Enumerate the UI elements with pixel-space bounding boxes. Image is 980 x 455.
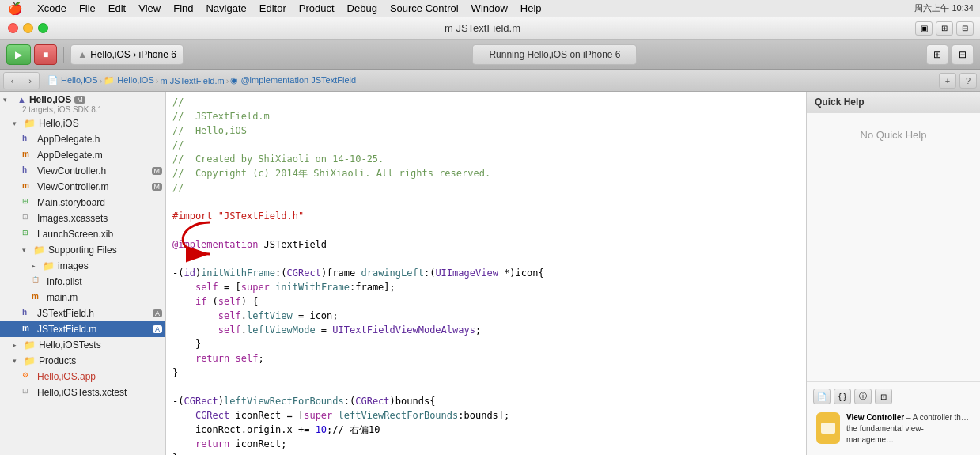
stop-button[interactable]: ■	[34, 44, 57, 65]
sidebar-item-helloiosapp[interactable]: ⚙ Hello,iOS.app	[0, 369, 165, 385]
apple-menu[interactable]: 🍎	[0, 2, 31, 16]
sidebar-item-jstextfieldm[interactable]: m JSTextField.m A	[0, 321, 165, 337]
back-button[interactable]: ‹	[4, 73, 21, 89]
zoom-button[interactable]	[38, 23, 48, 33]
scheme-selector[interactable]: ▲ Hello,iOS › iPhone 6	[70, 44, 184, 65]
sidebar-item-appdelegateh[interactable]: h AppDelegate.h	[0, 131, 165, 147]
editor-version-btn[interactable]: ⊟	[956, 21, 974, 36]
sidebar-item-images-xcassets[interactable]: ⊡ Images.xcassets	[0, 210, 165, 226]
code-line: return iconRect;	[172, 437, 800, 451]
qh-info-btn[interactable]: ⓘ	[854, 389, 872, 404]
add-file-btn[interactable]: +	[939, 73, 956, 89]
sidebar: ▲ Hello,iOS M 2 targets, iOS SDK 8.1 📁 H…	[0, 92, 166, 455]
sidebar-label: Info.plist	[47, 276, 82, 287]
menubar-right: 周六上午 10:34	[914, 2, 980, 14]
sidebar-label: Products	[39, 355, 76, 366]
run-button[interactable]: ▶	[6, 44, 31, 65]
sidebar-label: ViewController.h	[37, 165, 106, 176]
vc-text: View Controller – A controller th… the f…	[846, 412, 971, 446]
code-line: #import "JSTextField.h"	[172, 209, 800, 223]
a-badge-selected: A	[153, 325, 162, 333]
scheme-label: Hello,iOS › iPhone 6	[90, 49, 176, 60]
a-badge: A	[153, 309, 162, 317]
sidebar-item-mainm[interactable]: m main.m	[0, 290, 165, 305]
qh-related-btn[interactable]: ⊡	[875, 389, 892, 404]
window-title: m JSTextField.m	[56, 22, 909, 34]
breadcrumb-group[interactable]: 📁 Hello,iOS	[104, 75, 154, 85]
plist-icon: 📋	[32, 276, 44, 287]
menu-navigate[interactable]: Navigate	[199, 0, 252, 17]
editor-assistant-btn[interactable]: ⊞	[936, 21, 953, 36]
vc-icon	[816, 412, 840, 444]
quick-help-btn[interactable]: ?	[959, 73, 977, 89]
sidebar-item-products[interactable]: 📁 Products	[0, 353, 165, 369]
menu-view[interactable]: View	[132, 0, 167, 17]
folder-icon: 📁	[24, 355, 36, 366]
code-line: //	[172, 95, 800, 109]
h-file-icon: h	[22, 165, 35, 176]
breadcrumb-file[interactable]: m JSTextField.m	[160, 76, 224, 85]
code-line: }	[172, 366, 800, 380]
sidebar-item-infoplist[interactable]: 📋 Info.plist	[0, 274, 165, 290]
m-badge: M	[152, 183, 163, 191]
view-toggle-btn[interactable]: ⊞	[926, 44, 948, 65]
code-editor[interactable]: // // JSTextField.m // Hello,iOS // // C…	[166, 92, 806, 455]
sidebar-item-supporting-files[interactable]: 📁 Supporting Files	[0, 242, 165, 258]
menu-product[interactable]: Product	[293, 0, 341, 17]
code-line: -(CGRect)leftViewRectForBounds:(CGRect)b…	[172, 394, 800, 408]
project-arrow[interactable]	[3, 96, 14, 104]
code-line: return self;	[172, 351, 800, 366]
sidebar-label: Hello,iOS.app	[37, 371, 96, 382]
sidebar-item-viewcontrollerh[interactable]: h ViewController.h M	[0, 163, 165, 179]
sidebar-label: images	[58, 260, 89, 271]
sidebar-header-item: ▲ Hello,iOS M 2 targets, iOS SDK 8.1	[0, 92, 165, 116]
breadcrumb-project[interactable]: 📄 Hello,iOS	[47, 75, 98, 85]
code-line: if (self) {	[172, 294, 800, 309]
quick-help-toolbar: 📄 { } ⓘ ⊡	[813, 389, 974, 404]
code-line: // Hello,iOS	[172, 123, 800, 138]
qh-file-btn[interactable]: 📄	[813, 389, 831, 404]
code-line: self.leftView = icon;	[172, 309, 800, 323]
sidebar-item-xctest[interactable]: ⊡ Hello,iOSTests.xctest	[0, 385, 165, 400]
sidebar-item-launchscreen[interactable]: ⊞ LaunchScreen.xib	[0, 226, 165, 242]
run-status: Running Hello,iOS on iPhone 6	[472, 44, 637, 65]
qh-code-btn[interactable]: { }	[834, 389, 851, 404]
editor-standard-btn[interactable]: ▣	[915, 21, 933, 36]
sidebar-item-jstextfieldh[interactable]: h JSTextField.h A	[0, 305, 165, 321]
sidebar-item-images-folder[interactable]: 📁 images	[0, 258, 165, 274]
menu-edit[interactable]: Edit	[102, 0, 132, 17]
clock-display: 周六上午 10:34	[914, 2, 974, 14]
sidebar-label: Supporting Files	[48, 245, 117, 256]
menu-help[interactable]: Help	[514, 0, 548, 17]
code-line: iconRect.origin.x += 10;// 右偏10	[172, 423, 800, 437]
menu-source-control[interactable]: Source Control	[384, 0, 465, 17]
sidebar-item-helloiostests[interactable]: 📁 Hello,iOSTests	[0, 337, 165, 353]
project-subtitle: 2 targets, iOS SDK 8.1	[3, 105, 102, 114]
quick-help-body: No Quick Help	[807, 113, 980, 381]
sidebar-item-appdelegatem[interactable]: m AppDelegate.m	[0, 147, 165, 163]
menu-editor[interactable]: Editor	[253, 0, 293, 17]
quick-help-footer: 📄 { } ⓘ ⊡ View Controller – A controller…	[807, 381, 980, 455]
sidebar-item-mainstoryboard[interactable]: ⊞ Main.storyboard	[0, 195, 165, 210]
menu-debug[interactable]: Debug	[341, 0, 384, 17]
sidebar-item-hello-ios-group[interactable]: 📁 Hello,iOS	[0, 116, 165, 131]
minimize-button[interactable]	[23, 23, 33, 33]
nav-bar: ‹ › 📄 Hello,iOS › 📁 Hello,iOS › m JSText…	[0, 70, 980, 92]
code-line: -(id)initWithFrame:(CGRect)frame drawing…	[172, 266, 800, 280]
menu-find[interactable]: Find	[167, 0, 199, 17]
breadcrumb-symbol[interactable]: ◉ @implementation JSTextField	[230, 75, 356, 85]
app-icon: ⚙	[22, 371, 35, 382]
folder-icon: 📁	[33, 245, 46, 256]
code-line: CGRect iconRect = [super leftViewRectFor…	[172, 408, 800, 423]
close-button[interactable]	[8, 23, 18, 33]
folder-icon: 📁	[43, 260, 55, 271]
sidebar-item-viewcontrollerm[interactable]: m ViewController.m M	[0, 179, 165, 195]
panel-toggle-btn[interactable]: ⊟	[952, 44, 974, 65]
forward-button[interactable]: ›	[21, 73, 39, 89]
sidebar-label: Hello,iOSTests	[39, 339, 101, 351]
code-line: //	[172, 138, 800, 152]
menu-window[interactable]: Window	[465, 0, 514, 17]
menu-xcode[interactable]: Xcode	[31, 0, 73, 17]
m-file-icon: m	[32, 292, 44, 303]
menu-file[interactable]: File	[73, 0, 102, 17]
